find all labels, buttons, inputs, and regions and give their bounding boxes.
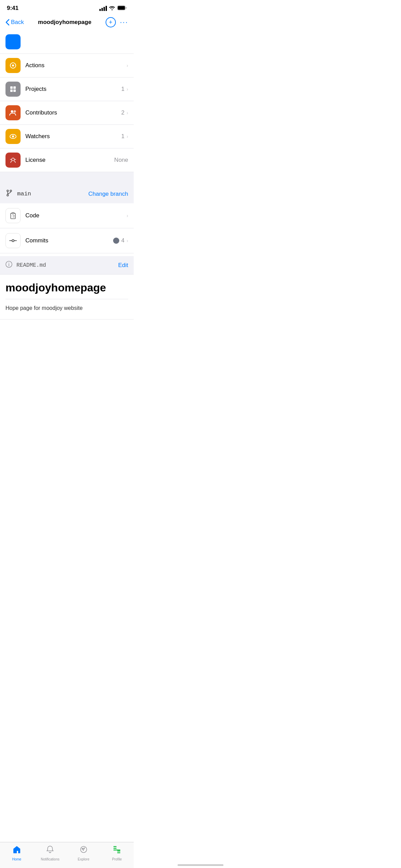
commits-count: 4: [121, 237, 124, 244]
chevron-right-icon: ›: [126, 86, 128, 92]
branch-name: main: [17, 191, 31, 197]
code-label: Code: [25, 212, 126, 219]
edit-readme-button[interactable]: Edit: [118, 262, 128, 269]
chevron-right-icon: ›: [126, 213, 128, 218]
change-branch-button[interactable]: Change branch: [88, 191, 128, 197]
divider: [5, 299, 128, 299]
svg-point-8: [11, 110, 13, 113]
projects-count: 1: [121, 86, 124, 93]
watchers-icon: [5, 129, 21, 144]
list-section: Actions › Projects 1 ›: [0, 54, 134, 172]
readme-left: README.md: [5, 261, 46, 269]
status-time: 9:41: [7, 5, 19, 12]
commits-right: 4 ›: [121, 237, 128, 244]
code-icon: [5, 208, 21, 223]
svg-point-3: [12, 64, 14, 67]
readme-content: moodjoyhomepage Hope page for moodjoy we…: [0, 275, 134, 320]
wifi-icon: [109, 5, 115, 11]
svg-point-12: [12, 158, 14, 161]
actions-label: Actions: [25, 62, 126, 69]
svg-point-19: [9, 263, 9, 263]
branch-left: main: [5, 189, 31, 198]
status-bar: 9:41: [0, 0, 134, 14]
repo-title: moodjoyhomepage: [5, 281, 128, 294]
readme-filename: README.md: [16, 262, 46, 268]
back-button[interactable]: Back: [5, 19, 24, 26]
svg-rect-7: [13, 89, 16, 92]
add-button[interactable]: +: [106, 17, 116, 27]
svg-rect-5: [13, 86, 16, 89]
list-item[interactable]: Watchers 1 ›: [0, 125, 134, 148]
commits-badge: [113, 238, 119, 244]
battery-icon: [117, 5, 127, 11]
actions-icon: [5, 58, 21, 73]
page-title: moodjoyhomepage: [38, 19, 92, 26]
actions-right: ›: [126, 63, 128, 68]
partial-top-item: [0, 32, 134, 54]
projects-right: 1 ›: [121, 86, 128, 93]
branch-section: main Change branch: [0, 184, 134, 203]
chevron-right-icon: ›: [126, 134, 128, 139]
code-section: Code › Commits 4 ›: [0, 203, 134, 253]
watchers-label: Watchers: [25, 133, 121, 140]
svg-rect-16: [12, 213, 14, 214]
watchers-count: 1: [121, 133, 124, 140]
license-icon: [5, 153, 21, 168]
readme-section-header: README.md Edit: [0, 256, 134, 275]
contributors-icon: [5, 105, 21, 120]
section-separator: [0, 172, 134, 184]
contributors-label: Contributors: [25, 109, 121, 116]
status-icons: [99, 5, 127, 11]
nav-actions: + ···: [106, 17, 128, 27]
list-item[interactable]: Actions ›: [0, 54, 134, 77]
code-right: ›: [126, 213, 128, 218]
list-item[interactable]: Code ›: [0, 203, 134, 228]
more-button[interactable]: ···: [120, 18, 128, 27]
svg-rect-4: [10, 86, 13, 89]
license-label: License: [25, 157, 114, 164]
info-icon: [5, 261, 12, 269]
commits-label: Commits: [25, 237, 111, 244]
license-value: None: [114, 157, 128, 164]
projects-label: Projects: [25, 86, 121, 93]
list-item[interactable]: Projects 1 ›: [0, 77, 134, 101]
repo-description: Hope page for moodjoy website: [5, 304, 128, 312]
contributors-right: 2 ›: [121, 109, 128, 116]
list-item[interactable]: Commits 4 ›: [0, 228, 134, 253]
list-item[interactable]: Contributors 2 ›: [0, 101, 134, 125]
chevron-right-icon: ›: [126, 63, 128, 68]
branch-icon: [5, 189, 13, 198]
watchers-right: 1 ›: [121, 133, 128, 140]
chevron-right-icon: ›: [126, 110, 128, 116]
list-item[interactable]: License None: [0, 148, 134, 172]
commits-icon: [5, 233, 21, 248]
projects-icon: [5, 82, 21, 97]
signal-bars-icon: [99, 6, 107, 11]
svg-rect-1: [118, 6, 125, 10]
contributors-count: 2: [121, 109, 124, 116]
svg-point-9: [14, 110, 16, 113]
svg-point-11: [12, 135, 14, 137]
chevron-right-icon: ›: [126, 238, 128, 243]
license-right: None: [114, 157, 128, 164]
partial-icon: [5, 34, 21, 49]
svg-rect-6: [10, 89, 13, 92]
nav-bar: Back moodjoyhomepage + ···: [0, 14, 134, 32]
